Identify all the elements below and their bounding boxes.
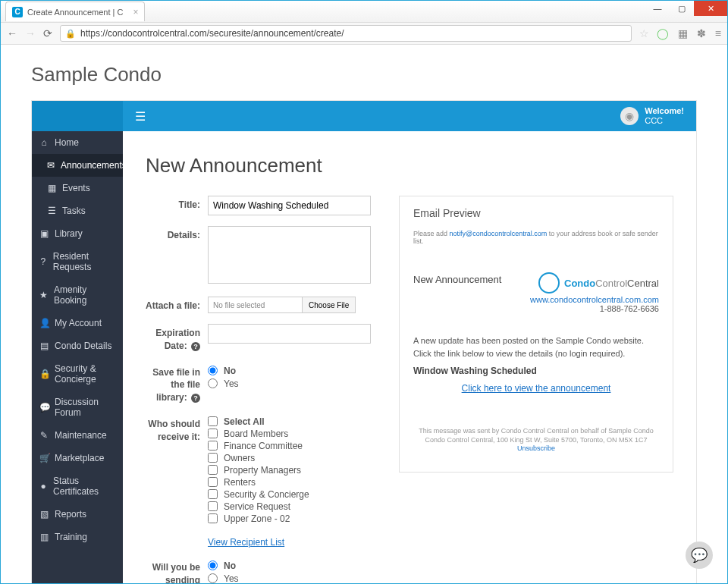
nav-icon: ▤	[39, 341, 49, 351]
nav-icon: ✎	[39, 430, 49, 441]
recipient-board-members[interactable]: Board Members	[208, 429, 381, 439]
preview-heading: Email Preview	[413, 207, 659, 219]
nav-label: Reports	[55, 509, 86, 520]
sidebar-item-reports[interactable]: ▧Reports	[32, 503, 123, 526]
browser-titlebar: C Create Announcement | C × — ▢ ✕	[1, 1, 727, 22]
sidebar-item-status-certificates[interactable]: ●Status Certificates	[32, 469, 123, 503]
title-input[interactable]	[208, 196, 371, 215]
details-label: Details:	[146, 226, 208, 286]
reload-button[interactable]: ⟳	[43, 27, 52, 39]
nav-icon: 💬	[39, 402, 49, 413]
nav-label: Marketplace	[55, 453, 104, 463]
url-text: https://condocontrolcentral.com/securesi…	[80, 28, 344, 39]
recipient-property-managers[interactable]: Property Managers	[208, 465, 381, 476]
hamburger-icon[interactable]: ☰	[135, 109, 146, 124]
sidebar: ⌂Home✉Announcements▦Events☰Tasks▣Library…	[32, 131, 123, 583]
sidebar-item-amenity-booking[interactable]: ★Amenity Booking	[32, 278, 123, 312]
sidebar-item-security-concierge[interactable]: 🔒Security & Concierge	[32, 357, 123, 391]
save-library-no[interactable]: No	[208, 366, 381, 376]
page-content: Sample Condo ☰ ◉ Welcome! CCC ⌂Home✉Anno…	[1, 45, 727, 583]
help-icon[interactable]: ?	[191, 394, 200, 403]
recipient-upper-zone-02[interactable]: Upper Zone - 02	[208, 513, 381, 524]
app-container: ☰ ◉ Welcome! CCC ⌂Home✉Announcements▦Eve…	[31, 100, 697, 583]
sidebar-item-training[interactable]: ▥Training	[32, 526, 123, 548]
close-window-button[interactable]: ✕	[694, 1, 727, 16]
extension-icon-3[interactable]: ✽	[697, 27, 706, 39]
brand-site-link[interactable]: www.condocontrolcentral.com.com	[530, 295, 659, 304]
nav-icon: ▧	[39, 509, 49, 520]
help-icon[interactable]: ?	[191, 342, 200, 351]
notify-email-link[interactable]: notify@condocontrolcentral.com	[450, 230, 548, 237]
expiration-input[interactable]	[208, 324, 371, 344]
recipient-security-concierge[interactable]: Security & Concierge	[208, 489, 381, 500]
nav-label: Resident Requests	[53, 251, 115, 272]
sidebar-item-tasks[interactable]: ☰Tasks	[32, 199, 123, 222]
nav-label: Maintenance	[55, 430, 107, 441]
close-tab-icon[interactable]: ×	[133, 7, 138, 17]
preview-announcement-title: Window Washing Scheduled	[413, 366, 659, 376]
browser-tab[interactable]: C Create Announcement | C ×	[5, 2, 145, 21]
expiration-label: Expiration Date: ?	[146, 324, 208, 353]
favicon-icon: C	[12, 7, 23, 17]
nav-label: Home	[55, 137, 79, 148]
nav-icon: ⌂	[39, 137, 49, 148]
sidebar-item-announcements[interactable]: ✉Announcements	[32, 154, 123, 177]
save-library-yes[interactable]: Yes	[208, 378, 381, 389]
recipient-finance-committee[interactable]: Finance Committee	[208, 441, 381, 451]
details-textarea[interactable]	[208, 226, 371, 284]
nav-label: Training	[55, 532, 87, 542]
sidebar-item-library[interactable]: ▣Library	[32, 222, 123, 245]
nav-label: Library	[55, 228, 83, 239]
email-preview-panel: Email Preview Please add notify@condocon…	[399, 196, 673, 473]
sidebar-item-home[interactable]: ⌂Home	[32, 131, 123, 154]
recipient-select-all[interactable]: Select All	[208, 416, 381, 427]
extension-icon-2[interactable]: ▦	[678, 27, 688, 39]
sidebar-item-resident-requests[interactable]: ?Resident Requests	[32, 245, 123, 278]
logo-icon	[538, 272, 560, 294]
recipient-owners[interactable]: Owners	[208, 453, 381, 463]
sidebar-item-events[interactable]: ▦Events	[32, 177, 123, 199]
sidebar-item-condo-details[interactable]: ▤Condo Details	[32, 334, 123, 357]
sidebar-item-marketplace[interactable]: 🛒Marketplace	[32, 447, 123, 469]
nav-label: Status Certificates	[53, 476, 115, 497]
paper-yes[interactable]: Yes	[208, 573, 381, 583]
forward-button[interactable]: →	[25, 27, 36, 39]
menu-icon[interactable]: ≡	[715, 27, 721, 39]
app-topbar: ☰ ◉ Welcome! CCC	[32, 101, 696, 131]
nav-icon: ●	[39, 481, 47, 491]
star-icon[interactable]: ☆	[639, 27, 649, 39]
view-recipient-list-link[interactable]: View Recipient List	[208, 537, 284, 548]
address-bar: ← → ⟳ 🔒 https://condocontrolcentral.com/…	[1, 22, 727, 45]
extension-icon-1[interactable]: ◯	[657, 27, 669, 39]
url-input[interactable]: 🔒 https://condocontrolcentral.com/secure…	[60, 25, 632, 42]
recipient-service-request[interactable]: Service Request	[208, 501, 381, 512]
tab-title: Create Announcement | C	[27, 8, 123, 17]
preview-new-announcement: New Announcement	[413, 274, 530, 285]
sidebar-item-my-account[interactable]: 👤My Account	[32, 312, 123, 334]
recipient-renters[interactable]: Renters	[208, 477, 381, 488]
unsubscribe-link[interactable]: Unsubscribe	[517, 444, 555, 452]
back-button[interactable]: ←	[7, 27, 17, 39]
nav-icon: 👤	[39, 318, 49, 328]
lock-icon: 🔒	[65, 29, 76, 39]
page-heading: New Announcement	[146, 154, 673, 177]
user-name: CCC	[645, 116, 684, 126]
nav-label: Events	[62, 183, 90, 193]
nav-label: Discussion Forum	[55, 397, 115, 418]
maximize-button[interactable]: ▢	[670, 1, 694, 16]
sidebar-item-discussion-forum[interactable]: 💬Discussion Forum	[32, 391, 123, 424]
paper-no[interactable]: No	[208, 560, 381, 571]
nav-label: My Account	[55, 318, 102, 328]
attach-label: Attach a file:	[146, 297, 208, 313]
choose-file-button[interactable]: Choose File	[302, 297, 356, 313]
brand-logo: CondoControlCentral	[530, 272, 659, 294]
main-content: New Announcement Title: Details:	[123, 131, 696, 583]
view-announcement-link[interactable]: Click here to view the announcement	[462, 383, 611, 394]
minimize-button[interactable]: —	[645, 1, 670, 16]
preview-addressbook: Please add notify@condocontrolcentral.co…	[413, 230, 659, 245]
sidebar-item-maintenance[interactable]: ✎Maintenance	[32, 424, 123, 447]
chat-bubble-icon[interactable]: 💬	[686, 542, 713, 569]
nav-label: Tasks	[62, 206, 86, 216]
form-column: Title: Details:	[146, 196, 381, 583]
user-menu[interactable]: ◉ Welcome! CCC	[620, 106, 684, 126]
